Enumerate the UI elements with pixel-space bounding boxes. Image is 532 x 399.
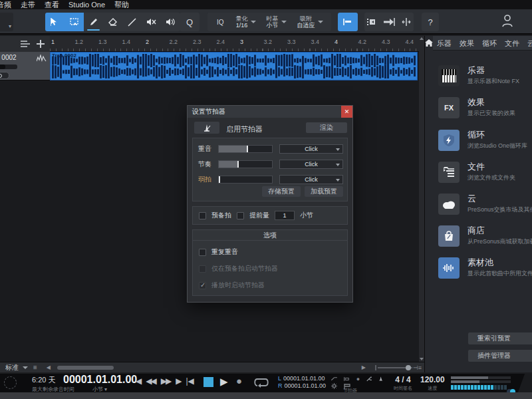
listen-tool-button[interactable] xyxy=(161,13,180,31)
record-button[interactable]: ● xyxy=(236,375,242,386)
tab-instruments[interactable]: 乐器 xyxy=(433,36,456,51)
record-mode-icon[interactable]: ● xyxy=(356,376,360,382)
gear-icon[interactable] xyxy=(331,383,337,389)
timeline-ruler[interactable]: 11.21.31.422.22.32.433.23.33.444.24.34.4 xyxy=(50,36,419,52)
user-account-button[interactable] xyxy=(501,14,513,27)
beat-sound-dropdown[interactable]: Click xyxy=(279,160,343,169)
offset-checkbox[interactable] xyxy=(237,212,244,219)
menu-studio-one[interactable]: Studio One xyxy=(68,0,105,9)
loop-button[interactable] xyxy=(253,377,269,388)
track-pan-control[interactable] xyxy=(0,72,9,79)
precount-checkbox[interactable] xyxy=(199,212,206,219)
help-button[interactable]: ? xyxy=(422,13,439,31)
menu-help[interactable]: 帮助 xyxy=(114,0,129,9)
browser-item-loops[interactable]: 循环 浏览Studio One循环库 xyxy=(425,127,532,158)
browser-item-files[interactable]: 文件 浏览文件或文件夹 xyxy=(425,159,532,190)
wrench-icon[interactable] xyxy=(366,376,371,382)
load-preset-button[interactable]: 加载预置 xyxy=(305,186,343,197)
reindex-presets-button[interactable]: 重索引预置 xyxy=(468,332,532,344)
return-to-start-button[interactable]: |◀ xyxy=(184,376,195,386)
track-list-icon[interactable] xyxy=(21,41,30,47)
menu-transport[interactable]: 走带 xyxy=(21,0,35,9)
loop-range-display[interactable]: L00001.01.01.00 R00001.01.01.00 xyxy=(278,375,326,390)
pre-record-icon[interactable] xyxy=(4,376,17,389)
quantize-dropdown[interactable]: 量化1/16 xyxy=(231,15,261,29)
tempo-display[interactable]: 120.00 速度 xyxy=(420,375,445,392)
track-volume-fader[interactable] xyxy=(0,65,17,69)
browser-item-pool[interactable]: 素材池 显示此首歌曲中所用文件 xyxy=(425,255,532,285)
paint-tool-button[interactable] xyxy=(84,13,103,31)
time-signature-value[interactable]: 4 / 4 xyxy=(394,375,412,384)
zoom-preset-icon[interactable]: ⊣≡ xyxy=(413,364,422,371)
browser-item-shop[interactable]: 商店 从PreSonus商城获取加载项 xyxy=(425,223,532,253)
follow-arrow-icon[interactable] xyxy=(383,18,395,26)
tab-home[interactable] xyxy=(425,36,433,51)
zoom-slider-handle[interactable] xyxy=(406,365,411,370)
track-size-dropdown[interactable]: 标准 xyxy=(0,363,33,372)
stop-button[interactable] xyxy=(203,377,213,387)
menu-bar: 音频 走带 查看 Studio One 帮助 xyxy=(0,0,532,9)
tab-files[interactable]: 文件 xyxy=(501,36,523,51)
add-track-icon[interactable] xyxy=(37,40,45,48)
next-marker-button[interactable]: ▶ xyxy=(174,376,182,386)
eraser-tool-button[interactable] xyxy=(103,13,122,31)
menu-audio[interactable]: 音频 xyxy=(0,0,11,9)
audio-clip[interactable]: Trap 0002 xyxy=(50,52,418,80)
time-display[interactable]: 00001.01.01.00 小节 ▾ xyxy=(63,374,136,393)
scroll-left-icon[interactable]: ◀ xyxy=(44,364,53,370)
arrow-tool-button[interactable] xyxy=(45,13,65,31)
plugin-manager-button[interactable]: 插件管理器 xyxy=(468,350,532,362)
accent-sound-dropdown[interactable]: Click xyxy=(279,144,343,154)
snap-dropdown[interactable]: 吸附自适应 xyxy=(292,15,329,29)
forward-button[interactable]: ▶▶ xyxy=(160,376,172,386)
list-icon[interactable]: ≡ xyxy=(33,364,44,371)
scroll-right-icon[interactable]: ▶ xyxy=(359,364,368,370)
horizontal-scrollbar-thumb[interactable] xyxy=(57,366,114,370)
split-view-icon[interactable] xyxy=(402,18,411,26)
offset-bars-input[interactable] xyxy=(275,211,295,220)
time-signature-display[interactable]: 4 / 4 时间签名 xyxy=(394,375,412,392)
scroll-down-icon[interactable] xyxy=(420,358,424,360)
offbeat-level-slider[interactable] xyxy=(218,176,273,184)
mute-tool-button[interactable] xyxy=(142,13,161,31)
dialog-title-bar[interactable]: 设置节拍器 ✕ xyxy=(188,106,352,118)
close-button[interactable]: ✕ xyxy=(341,106,352,118)
time-value[interactable]: 00001.01.01.00 xyxy=(63,374,136,386)
range-tool-button[interactable] xyxy=(65,13,84,31)
punch-in-icon[interactable] xyxy=(344,376,350,382)
scroll-up-icon[interactable] xyxy=(420,37,424,40)
autopunch-icon[interactable] xyxy=(331,376,337,382)
tab-loops[interactable]: 循环 xyxy=(478,36,501,51)
grid-view-icon[interactable] xyxy=(367,18,376,26)
option-repeat-accent[interactable]: 重复重音 xyxy=(199,247,238,257)
prev-marker-button[interactable]: ◀ xyxy=(134,376,142,386)
metronome-toggle-button[interactable] xyxy=(194,122,219,134)
quantize-toggle-button[interactable]: Q xyxy=(180,13,200,31)
browser-item-effects[interactable]: FX 效果 显示已安装的效果 xyxy=(425,94,532,125)
accent-level-slider[interactable] xyxy=(218,145,273,153)
tempo-value[interactable]: 120.00 xyxy=(420,375,445,384)
tab-effects[interactable]: 效果 xyxy=(456,36,478,51)
line-tool-button[interactable] xyxy=(122,13,142,31)
browser-item-instruments[interactable]: 乐器 显示乐器和Note FX xyxy=(425,63,532,93)
zoom-slider[interactable]: ▶ xyxy=(359,364,412,370)
timebase-dropdown[interactable]: 时基小节 xyxy=(261,15,292,29)
repeat-accent-checkbox[interactable] xyxy=(199,249,206,256)
metronome-small-icon[interactable] xyxy=(378,376,383,382)
beat-level-slider[interactable] xyxy=(218,160,273,168)
snap-toggle-button[interactable] xyxy=(338,13,358,31)
snap-label: 吸附 xyxy=(297,15,315,22)
menu-view[interactable]: 查看 xyxy=(45,0,59,9)
loop-left-letter: L xyxy=(278,375,281,382)
render-button[interactable]: 渲染 xyxy=(306,122,347,133)
tool-dropdown-button[interactable]: ▾ xyxy=(0,13,13,31)
store-preset-button[interactable]: 存储预置 xyxy=(262,186,301,197)
iq-button[interactable]: IQ xyxy=(210,19,231,26)
tab-cloud[interactable]: 云 xyxy=(523,36,532,51)
track-header[interactable]: p 0002 xyxy=(0,52,50,80)
offbeat-sound-dropdown[interactable]: Click xyxy=(279,175,343,184)
vertical-scrollbar[interactable] xyxy=(419,36,424,362)
play-button[interactable]: ▶ xyxy=(220,376,228,388)
rewind-button[interactable]: ◀◀ xyxy=(144,376,156,386)
browser-item-cloud[interactable]: 云 PreSonus交换市场及其他服务 xyxy=(425,191,532,221)
